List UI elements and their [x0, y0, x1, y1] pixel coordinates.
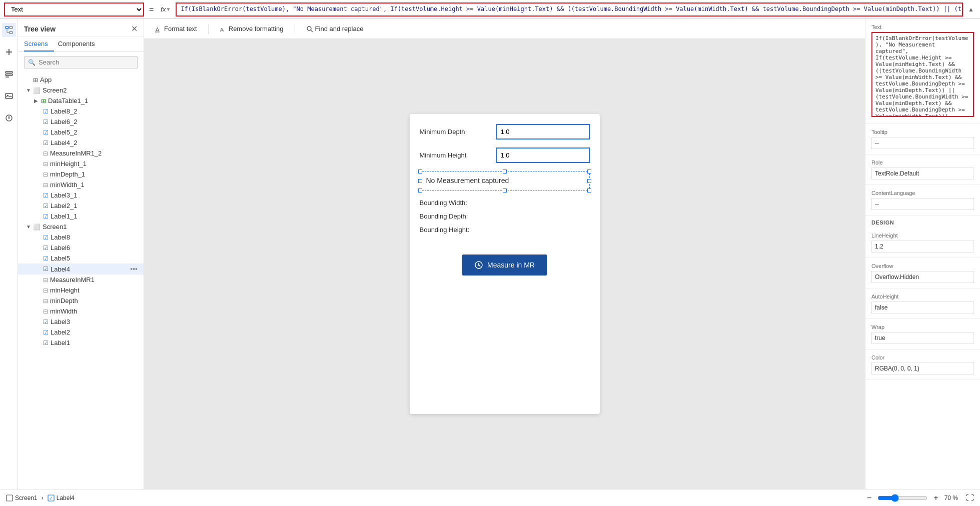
formula-expression[interactable]: If(IsBlankOrError(testVolume), "No Measu…: [176, 2, 963, 16]
nav-controls-icon[interactable]: [2, 111, 16, 125]
zoom-minus-button[interactable]: −: [865, 494, 873, 502]
tree-item-mindepth[interactable]: ⊟ minDepth: [18, 296, 144, 306]
role-input[interactable]: [871, 168, 974, 180]
label4-box[interactable]: No Measurement captured: [420, 171, 590, 191]
tooltip-input[interactable]: [871, 137, 974, 149]
svg-text:A: A: [156, 26, 160, 32]
tree-item-minheight1[interactable]: ⊟ minHeight_1: [18, 158, 144, 169]
tree-item-label1-1[interactable]: ☑ Label1_1: [18, 211, 144, 222]
svg-rect-7: [6, 72, 13, 73]
format-text-button[interactable]: A Format text: [152, 24, 200, 34]
main-layout: Tree view ✕ Screens Components 🔍 ⊞ App: [0, 19, 980, 489]
remove-formatting-button[interactable]: A̶ Remove formatting: [217, 24, 287, 34]
formula-select[interactable]: Text: [4, 2, 144, 16]
tree-item-label8[interactable]: ☑ Label8: [18, 232, 144, 242]
content-language-section: ContentLanguage: [865, 185, 980, 216]
tree-item-measureinmr1[interactable]: ⊟ MeasureInMR1: [18, 274, 144, 285]
handle-br[interactable]: [587, 188, 591, 192]
form-row-minheight: Minimum Height: [420, 148, 590, 163]
svg-point-18: [307, 26, 311, 30]
nav-data-icon[interactable]: [2, 67, 16, 81]
auto-height-section: AutoHeight: [865, 288, 980, 319]
overflow-input[interactable]: [871, 271, 974, 283]
handle-ml[interactable]: [418, 179, 422, 183]
nav-tree-icon[interactable]: [2, 23, 16, 37]
tree-close-icon[interactable]: ✕: [131, 24, 138, 34]
formula-equals: =: [147, 5, 156, 14]
line-height-section: LineHeight: [865, 228, 980, 258]
overflow-section: Overflow: [865, 258, 980, 288]
bounding-height-row: Bounding Height:: [420, 226, 590, 234]
find-replace-button[interactable]: Find and replace: [303, 24, 367, 34]
tree-item-label6-2[interactable]: ☑ Label6_2: [18, 116, 144, 127]
min-depth-input[interactable]: [496, 124, 590, 140]
tree-item-mindepth1[interactable]: ⊟ minDepth_1: [18, 169, 144, 180]
more-icon[interactable]: •••: [130, 265, 138, 273]
handle-tl[interactable]: [418, 170, 422, 174]
tree-item-measureinmr1-2[interactable]: ⊟ MeasureInMR1_2: [18, 148, 144, 158]
icon-strip: [0, 19, 18, 489]
tree-item-minwidth1[interactable]: ⊟ minWidth_1: [18, 180, 144, 190]
tree-item-label4[interactable]: ☑ Label4 •••: [18, 264, 144, 274]
tree-item-label8-2[interactable]: ☑ Label8_2: [18, 106, 144, 116]
tree-item-screen1[interactable]: ▼ ⬜ Screen1: [18, 222, 144, 232]
formula-expand-icon[interactable]: ▲: [966, 6, 976, 13]
line-height-input[interactable]: [871, 240, 974, 252]
tree-item-label6[interactable]: ☑ Label6: [18, 242, 144, 253]
breadcrumb-separator: ›: [42, 494, 44, 502]
handle-bc[interactable]: [503, 188, 507, 192]
text-prop-textarea[interactable]: If(IsBlankOrError(testVolume), "No Measu…: [871, 32, 974, 117]
tab-components[interactable]: Components: [58, 37, 101, 52]
canvas-viewport[interactable]: Minimum Depth Minimum Height: [144, 39, 865, 489]
handle-tr[interactable]: [587, 170, 591, 174]
handle-mr[interactable]: [587, 179, 591, 183]
search-input[interactable]: [24, 56, 138, 68]
status-bar: Screen1 › ✓ Label4 − + 70 % ⛶: [0, 489, 980, 506]
min-height-input[interactable]: [496, 148, 590, 163]
bounding-width-row: Bounding Width:: [420, 199, 590, 206]
tree-item-label5[interactable]: ☑ Label5: [18, 253, 144, 264]
tree-item-minheight[interactable]: ⊟ minHeight: [18, 285, 144, 296]
tree-item-label3[interactable]: ☑ Label3: [18, 316, 144, 327]
tree-item-label2-1[interactable]: ☑ Label2_1: [18, 200, 144, 211]
tree-item-label2[interactable]: ☑ Label2: [18, 327, 144, 338]
fullscreen-icon[interactable]: ⛶: [966, 494, 974, 502]
wrap-input[interactable]: [871, 332, 974, 344]
app-screen: Minimum Depth Minimum Height: [410, 114, 600, 414]
tree-title: Tree view: [24, 25, 56, 33]
svg-text:A̶: A̶: [220, 27, 224, 32]
tree-item-label1[interactable]: ☑ Label1: [18, 338, 144, 348]
svg-line-19: [311, 30, 313, 32]
nav-insert-icon[interactable]: [2, 45, 16, 59]
overflow-label: Overflow: [871, 263, 974, 269]
svg-text:✓: ✓: [49, 496, 53, 501]
tree-item-label3-1[interactable]: ☑ Label3_1: [18, 190, 144, 200]
zoom-slider[interactable]: [877, 494, 927, 502]
toolbar-divider-2: [295, 24, 295, 34]
tooltip-section: Tooltip: [865, 124, 980, 154]
tree-item-screen2[interactable]: ▼ ⬜ Screen2: [18, 85, 144, 96]
color-input[interactable]: [871, 362, 974, 374]
min-depth-label: Minimum Depth: [420, 128, 496, 136]
svg-rect-1: [10, 26, 13, 28]
content-language-input[interactable]: [871, 198, 974, 210]
canvas-toolbar: A Format text A̶ Remove formatting Find …: [144, 19, 865, 39]
status-label-name: Label4: [57, 494, 75, 502]
tree-item-label4-2[interactable]: ☑ Label4_2: [18, 138, 144, 148]
tree-item-datatable[interactable]: ▶ ⊞ DataTable1_1: [18, 96, 144, 106]
tree-item-label5-2[interactable]: ☑ Label5_2: [18, 127, 144, 138]
tab-screens[interactable]: Screens: [24, 37, 54, 52]
wrap-label: Wrap: [871, 324, 974, 330]
handle-bl[interactable]: [418, 188, 422, 192]
label4-text: No Measurement captured: [426, 176, 509, 184]
tooltip-label: Tooltip: [871, 129, 974, 135]
handle-tc[interactable]: [503, 170, 507, 174]
nav-media-icon[interactable]: [2, 89, 16, 103]
tree-item-minwidth[interactable]: ⊟ minWidth: [18, 306, 144, 316]
wrap-section: Wrap: [865, 319, 980, 350]
measure-button[interactable]: Measure in MR: [462, 254, 547, 276]
tree-item-app[interactable]: ⊞ App: [18, 74, 144, 85]
auto-height-input[interactable]: [871, 302, 974, 314]
svg-point-21: [478, 264, 480, 266]
zoom-plus-button[interactable]: +: [931, 494, 940, 502]
